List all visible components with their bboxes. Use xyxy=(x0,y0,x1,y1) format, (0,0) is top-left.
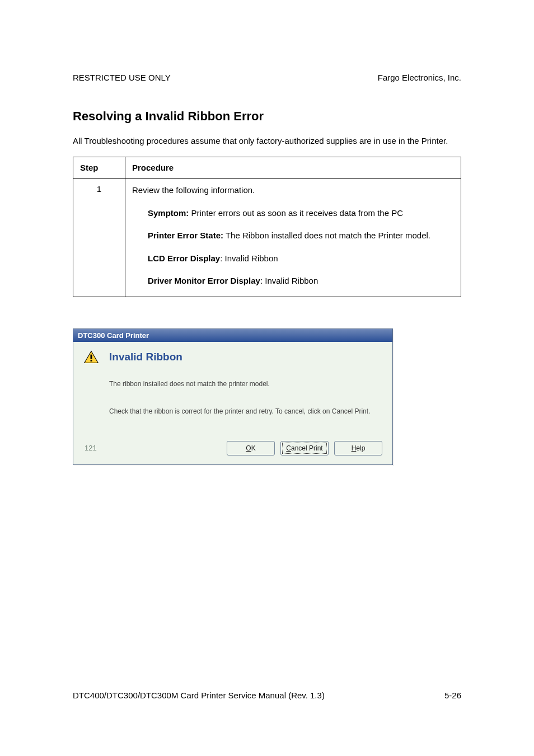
header-right: Fargo Electronics, Inc. xyxy=(378,73,461,82)
procedure-line: Review the following information. xyxy=(132,184,454,197)
section-title: Resolving a Invalid Ribbon Error xyxy=(73,109,461,124)
cancel-print-button[interactable]: Cancel Print xyxy=(280,441,329,456)
state-text: The Ribbon installed does not match the … xyxy=(223,231,430,240)
table-header-step: Step xyxy=(73,157,125,179)
driver-label: Driver Monitor Error Display xyxy=(148,276,260,285)
procedure-symptom: Symptom: Printer errors out as soon as i… xyxy=(148,207,454,220)
error-dialog: DTC300 Card Printer Invalid Ribbon The r… xyxy=(73,328,393,465)
state-label: Printer Error State: xyxy=(148,231,223,240)
procedure-driver: Driver Monitor Error Display: Invalid Ri… xyxy=(148,275,454,288)
ok-rest: K xyxy=(251,444,256,452)
help-rest: elp xyxy=(356,444,365,452)
ok-mnemonic: O xyxy=(246,444,251,452)
procedure-cell: Review the following information. Sympto… xyxy=(125,179,461,297)
table-header-procedure: Procedure xyxy=(125,157,461,179)
section-intro: All Troubleshooting procedures assume th… xyxy=(73,135,461,147)
table-row: 1 Review the following information. Symp… xyxy=(73,179,461,297)
procedure-lcd: LCD Error Display: Invalid Ribbon xyxy=(148,252,454,265)
symptom-label: Symptom: xyxy=(148,208,189,218)
cancel-rest: ancel Print xyxy=(291,444,323,452)
header-left: RESTRICTED USE ONLY xyxy=(73,73,171,82)
footer-right: 5-26 xyxy=(444,691,461,700)
help-button[interactable]: Help xyxy=(334,441,382,456)
svg-rect-2 xyxy=(91,360,92,361)
dialog-heading: Invalid Ribbon xyxy=(109,351,182,363)
dialog-error-code: 121 xyxy=(85,444,97,452)
procedure-table: Step Procedure 1 Review the following in… xyxy=(73,157,461,297)
ok-button[interactable]: OK xyxy=(227,441,275,456)
lcd-label: LCD Error Display xyxy=(148,253,220,263)
dialog-titlebar: DTC300 Card Printer xyxy=(73,329,392,342)
procedure-state: Printer Error State: The Ribbon installe… xyxy=(148,229,454,242)
lcd-text: : Invalid Ribbon xyxy=(220,253,278,263)
driver-text: : Invalid Ribbon xyxy=(260,276,318,285)
dialog-message-2: Check that the ribbon is correct for the… xyxy=(109,407,382,416)
footer-left: DTC400/DTC300/DTC300M Card Printer Servi… xyxy=(73,691,325,700)
cancel-mnemonic: C xyxy=(286,444,291,452)
svg-rect-1 xyxy=(91,354,92,359)
symptom-text: Printer errors out as soon as it receive… xyxy=(189,208,403,218)
dialog-message-1: The ribbon installed does not match the … xyxy=(109,380,382,389)
step-number: 1 xyxy=(73,179,125,297)
warning-icon xyxy=(83,350,99,364)
